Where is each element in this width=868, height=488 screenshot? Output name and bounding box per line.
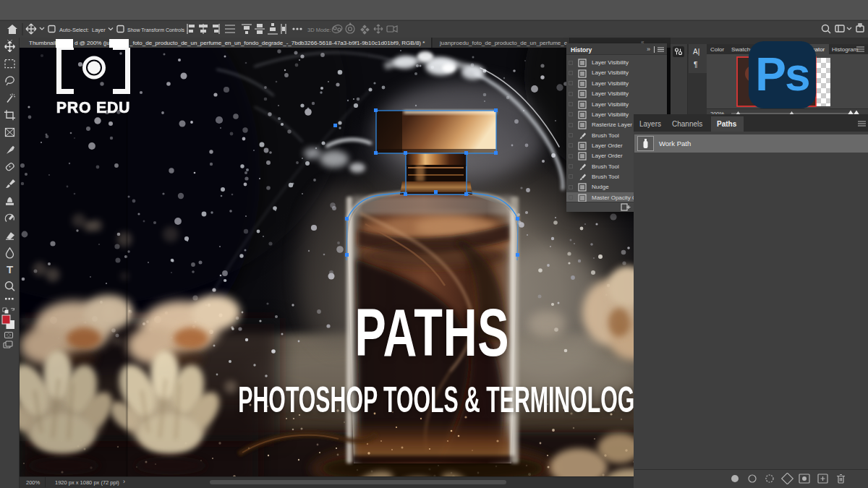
svg-text:Auto-Select:: Auto-Select: xyxy=(59,27,89,33)
svg-text:Layer: Layer xyxy=(92,27,106,33)
svg-text:3D Mode:: 3D Mode: xyxy=(307,27,331,33)
svg-text:PRO EDU: PRO EDU xyxy=(56,98,131,116)
svg-text:T: T xyxy=(7,263,13,275)
svg-text:Show Transform Controls: Show Transform Controls xyxy=(127,27,184,33)
